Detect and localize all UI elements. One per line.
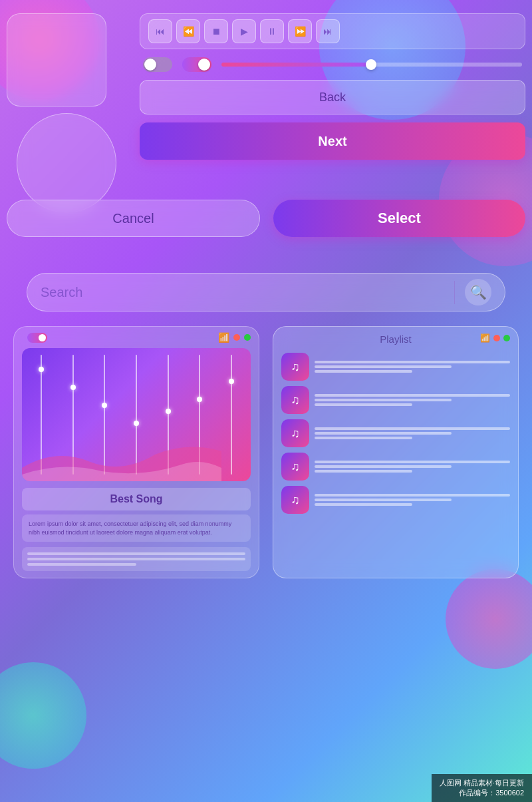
controls-area: ⏮ ⏪ ⏹ ▶ ⏸ ⏩ ⏭ Back Next — [140, 13, 525, 213]
playlist-item-lines-1 — [315, 361, 510, 373]
top-section: ⏮ ⏪ ⏹ ▶ ⏸ ⏩ ⏭ Back Next — [7, 13, 525, 213]
bottom-line-1 — [27, 552, 245, 555]
next-label: Next — [318, 134, 346, 149]
playlist-close-dot[interactable] — [493, 335, 500, 341]
bottom-line-2 — [27, 558, 245, 560]
bg-blob-4 — [0, 662, 86, 769]
song-title: Best Song — [110, 493, 162, 504]
search-button[interactable]: 🔍 — [465, 279, 491, 305]
list-item[interactable]: ♫ — [281, 419, 510, 447]
watermark-site: 人图网 精品素材·每日更新 — [440, 778, 524, 788]
song-title-box: Best Song — [22, 488, 251, 510]
playlist-expand-dot[interactable] — [503, 335, 510, 341]
playlist-title: Playlist — [380, 333, 412, 345]
search-bar[interactable]: 🔍 — [27, 273, 505, 311]
back-button[interactable]: Back — [140, 80, 525, 114]
playlist-card: Playlist 📶 ♫ ♫ — [273, 326, 519, 578]
fast-forward-button[interactable]: ⏩ — [288, 19, 312, 43]
next-button[interactable]: Next — [140, 122, 525, 160]
pl-line — [315, 461, 510, 463]
eq-line-7 — [231, 355, 232, 475]
rewind-button[interactable]: ⏪ — [176, 19, 200, 43]
select-label: Select — [378, 210, 421, 227]
expand-dot[interactable] — [244, 334, 251, 341]
pause-button[interactable]: ⏸ — [260, 19, 284, 43]
playlist-header: Playlist 📶 — [273, 327, 518, 349]
bottom-line-3 — [27, 563, 136, 566]
cancel-label: Cancel — [112, 211, 154, 226]
pl-line — [315, 361, 510, 363]
equalizer-visual — [22, 348, 251, 481]
playlist-items: ♫ ♫ ♫ — [273, 349, 518, 518]
pl-line — [315, 394, 510, 397]
pl-line-shorter — [315, 470, 412, 473]
list-item[interactable]: ♫ — [281, 486, 510, 514]
pl-line-shorter — [315, 437, 412, 439]
pl-line — [315, 427, 510, 430]
watermark: 人图网 精品素材·每日更新 作品编号：3500602 — [432, 774, 532, 802]
song-description: Lorem ipsum dolor sit amet, consectetuer… — [22, 514, 251, 542]
playlist-header-right: 📶 — [480, 333, 510, 343]
list-item[interactable]: ♫ — [281, 353, 510, 381]
music-icon-3: ♫ — [281, 419, 309, 447]
music-player-card: 📶 Best Song — [13, 326, 259, 578]
pl-line-short — [315, 432, 452, 435]
pl-line-shorter — [315, 370, 412, 373]
music-icon-1: ♫ — [281, 353, 309, 381]
music-icon-5: ♫ — [281, 486, 309, 514]
wave-overlay — [22, 435, 221, 481]
volume-slider[interactable] — [221, 63, 522, 67]
toggle-on[interactable] — [182, 57, 211, 72]
wifi-icon: 📶 — [218, 332, 229, 343]
song-bottom-lines — [22, 547, 251, 571]
list-item[interactable]: ♫ — [281, 453, 510, 481]
player-card-header: 📶 — [14, 327, 259, 348]
close-dot[interactable] — [233, 334, 240, 341]
action-buttons-row: Cancel Select — [7, 200, 525, 237]
media-controls-bar: ⏮ ⏪ ⏹ ▶ ⏸ ⏩ ⏭ — [140, 13, 525, 49]
pl-line-short — [315, 399, 452, 401]
skip-next-button[interactable]: ⏭ — [316, 19, 340, 43]
search-input[interactable] — [41, 285, 444, 300]
shapes-area — [7, 13, 126, 213]
playlist-wifi-icon: 📶 — [480, 333, 490, 343]
glass-circle — [17, 113, 116, 213]
pl-line — [315, 494, 510, 497]
cards-section: 📶 Best Song — [13, 326, 519, 578]
search-divider — [454, 281, 455, 304]
back-label: Back — [319, 91, 346, 104]
stop-button[interactable]: ⏹ — [204, 19, 228, 43]
pl-line-shorter — [315, 403, 412, 406]
pl-line-shorter — [315, 503, 412, 506]
watermark-code: 作品编号：3500602 — [459, 788, 524, 798]
pl-line-short — [315, 365, 452, 368]
toggle-slider-row — [140, 57, 525, 72]
play-button[interactable]: ▶ — [232, 19, 256, 43]
list-item[interactable]: ♫ — [281, 386, 510, 414]
playlist-item-lines-2 — [315, 394, 510, 406]
toggle-off[interactable] — [143, 57, 172, 72]
cancel-button[interactable]: Cancel — [7, 200, 260, 237]
playlist-item-lines-5 — [315, 494, 510, 506]
search-icon: 🔍 — [470, 284, 487, 300]
music-icon-2: ♫ — [281, 386, 309, 414]
bg-blob-5 — [446, 569, 532, 669]
song-desc-text: Lorem ipsum dolor sit amet, consectetuer… — [29, 520, 231, 536]
playlist-item-lines-4 — [315, 461, 510, 473]
player-toggle[interactable] — [27, 333, 47, 343]
playlist-item-lines-3 — [315, 427, 510, 439]
pl-line-short — [315, 465, 452, 468]
glass-square — [7, 13, 106, 106]
select-button[interactable]: Select — [273, 200, 525, 237]
pl-line-short — [315, 499, 452, 501]
skip-back-button[interactable]: ⏮ — [148, 19, 172, 43]
slider-thumb — [366, 59, 376, 70]
music-icon-4: ♫ — [281, 453, 309, 481]
